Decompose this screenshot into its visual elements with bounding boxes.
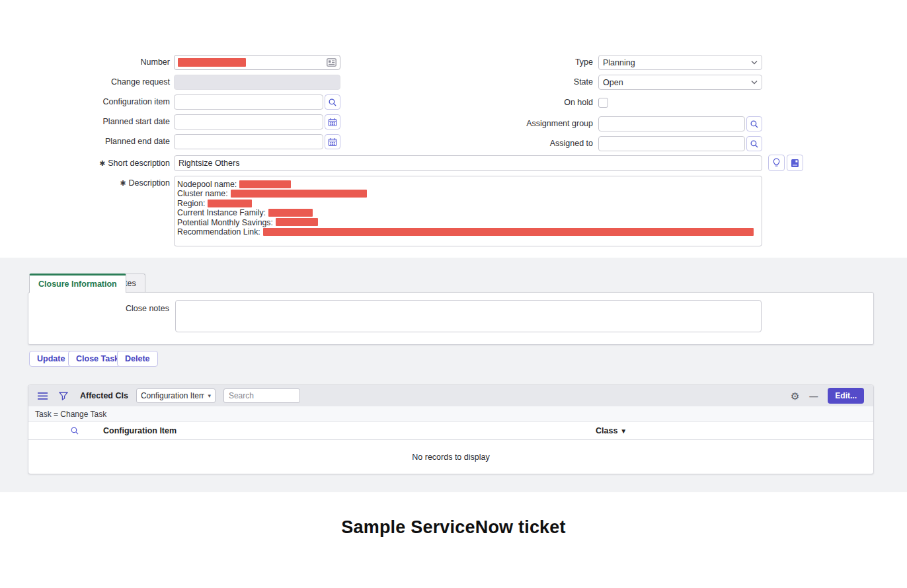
- assignment-group-input[interactable]: [598, 116, 745, 131]
- description-line: Region:: [177, 199, 759, 208]
- image-caption: Sample ServiceNow ticket: [0, 517, 907, 538]
- on-hold-label: On hold: [456, 94, 593, 111]
- change-request-field: [174, 75, 340, 90]
- search-column-select[interactable]: Configuration Item ( ▾: [136, 388, 216, 403]
- close-notes-textarea[interactable]: [175, 300, 762, 332]
- list-search-input[interactable]: [223, 388, 300, 403]
- description-textarea[interactable]: Nodepool name: Cluster name: Region: Cur…: [174, 176, 762, 246]
- lightbulb-icon: [772, 158, 781, 168]
- description-line: Recommendation Link:: [177, 227, 759, 237]
- collapse-icon[interactable]: —: [809, 391, 818, 401]
- type-select[interactable]: Planning: [598, 55, 762, 70]
- edit-button[interactable]: Edit...: [828, 388, 864, 404]
- description-line: Nodepool name:: [177, 180, 759, 189]
- number-label: Number: [40, 55, 170, 70]
- chevron-down-icon: [751, 60, 758, 65]
- short-description-input[interactable]: [174, 155, 762, 171]
- on-hold-checkbox[interactable]: [598, 98, 608, 108]
- affected-cis-card: Affected CIs Configuration Item ( ▾ ⚙ — …: [28, 385, 874, 474]
- planned-end-date-label: Planned end date: [40, 134, 170, 149]
- list-condition-breadcrumb[interactable]: Task = Change Task: [28, 406, 873, 422]
- reference-preview-icon[interactable]: [327, 58, 336, 67]
- type-label: Type: [456, 55, 593, 70]
- column-header-class[interactable]: Class▼: [596, 422, 627, 440]
- state-label: State: [456, 75, 593, 90]
- close-notes-label: Close notes: [40, 301, 169, 316]
- redaction-bar: [208, 200, 252, 207]
- assigned-to-input[interactable]: [598, 136, 745, 151]
- redaction-bar: [239, 180, 291, 188]
- list-header-row: Configuration Item Class▼: [28, 422, 873, 440]
- configuration-item-input[interactable]: [174, 94, 323, 110]
- redaction-bar: [268, 209, 313, 217]
- empty-list-message: No records to display: [28, 440, 873, 474]
- list-menu-icon[interactable]: [38, 392, 48, 400]
- redaction-bar: [231, 190, 367, 198]
- servicenow-ticket-screenshot: Number Change request Configuration item…: [0, 0, 907, 588]
- change-request-label: Change request: [40, 75, 170, 90]
- calendar-icon: [328, 118, 337, 127]
- knowledge-search-button[interactable]: [787, 155, 803, 171]
- planned-end-date-calendar-button[interactable]: [325, 134, 340, 149]
- assigned-to-lookup-button[interactable]: [746, 136, 762, 151]
- state-select[interactable]: Open: [598, 75, 762, 90]
- number-field[interactable]: [174, 55, 340, 70]
- affected-cis-toolbar: Affected CIs Configuration Item ( ▾ ⚙ — …: [28, 385, 873, 406]
- description-line: Cluster name:: [177, 189, 759, 198]
- assignment-group-lookup-button[interactable]: [746, 116, 762, 131]
- mandatory-marker: ✱: [120, 179, 126, 187]
- sort-caret-icon: ▼: [620, 427, 627, 435]
- configuration-item-label: Configuration item: [40, 94, 170, 110]
- configuration-item-lookup-button[interactable]: [325, 94, 340, 110]
- update-button[interactable]: Update: [29, 351, 73, 367]
- delete-button[interactable]: Delete: [117, 351, 158, 367]
- assignment-group-label: Assignment group: [456, 116, 593, 131]
- suggestion-button[interactable]: [768, 155, 785, 171]
- column-search-icon[interactable]: [70, 426, 79, 435]
- gear-icon[interactable]: ⚙: [791, 391, 799, 401]
- planned-start-date-input[interactable]: [174, 114, 323, 129]
- redaction-bar: [263, 228, 754, 236]
- planned-start-date-calendar-button[interactable]: [325, 114, 340, 129]
- assigned-to-label: Assigned to: [456, 136, 593, 151]
- tab-closure-information[interactable]: Closure Information: [29, 274, 126, 293]
- search-icon: [328, 98, 337, 107]
- redaction-bar: [276, 218, 318, 226]
- planned-end-date-input[interactable]: [174, 134, 323, 149]
- description-label: ✱Description: [40, 176, 170, 191]
- calendar-icon: [328, 137, 337, 147]
- search-icon: [750, 120, 759, 129]
- planned-start-date-label: Planned start date: [40, 114, 170, 129]
- filter-icon[interactable]: [59, 392, 68, 400]
- number-redaction: [178, 58, 246, 67]
- search-icon: [750, 139, 759, 149]
- chevron-down-icon: [751, 80, 758, 85]
- short-description-label: ✱Short description: [40, 156, 170, 171]
- column-header-configuration-item[interactable]: Configuration Item: [103, 422, 177, 440]
- book-icon: [791, 159, 799, 168]
- description-line: Current Instance Family:: [177, 208, 759, 217]
- caret-down-icon: ▾: [208, 392, 211, 399]
- affected-cis-title: Affected CIs: [80, 391, 128, 400]
- description-line: Potential Monthly Savings:: [177, 218, 759, 227]
- mandatory-marker: ✱: [99, 159, 105, 167]
